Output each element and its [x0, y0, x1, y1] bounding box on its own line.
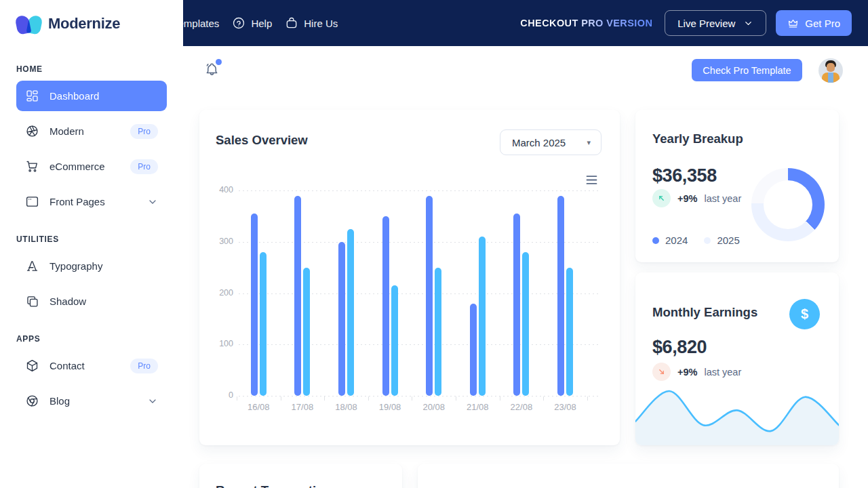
gridline — [239, 293, 599, 294]
period-select[interactable]: March 2025 ▾ — [500, 129, 601, 155]
sidebar-section-home: HOME — [16, 64, 167, 74]
gridline — [239, 344, 599, 345]
earnings-area-fill — [635, 391, 839, 445]
legend-item-2025: 2025 — [704, 235, 739, 246]
recent-transactions-title: Recent Transactions — [216, 483, 338, 488]
bar-22/08-series-blue — [513, 214, 520, 396]
chevron-down-icon — [147, 396, 158, 407]
brand-name: Modernize — [48, 15, 120, 33]
bar-22/08-series-cyan — [522, 252, 529, 396]
pro-badge: Pro — [130, 124, 158, 139]
blog-icon — [25, 394, 39, 408]
bar-19/08-series-cyan — [391, 285, 398, 396]
yearly-delta-row: +9% last year — [652, 189, 741, 207]
pro-badge: Pro — [130, 359, 158, 373]
aperture-icon — [25, 124, 39, 138]
sidebar-item-label: eCommerce — [50, 161, 105, 172]
select-caret-icon: ▾ — [587, 138, 591, 147]
sidebar-section-utilities: UTILITIES — [16, 235, 167, 244]
window-icon — [25, 195, 39, 209]
x-axis-label: 23/08 — [544, 402, 587, 412]
bar-18/08-series-cyan — [347, 229, 354, 396]
user-avatar[interactable] — [818, 58, 843, 83]
brand-logo[interactable]: Modernize — [0, 0, 183, 36]
check-pro-template-button[interactable]: Check Pro Template — [692, 59, 802, 81]
nav-link-label: Help — [251, 18, 272, 29]
gridline — [239, 396, 599, 396]
sidebar-item-typography[interactable]: Typography — [16, 251, 167, 281]
bar-19/08-series-blue — [382, 216, 389, 396]
dollar-icon[interactable]: $ — [789, 299, 820, 329]
arrow-down-right-icon — [652, 363, 671, 381]
modernize-logo-icon — [16, 11, 41, 36]
sidebar-item-label: Shadow — [50, 296, 86, 307]
monthly-earnings-card: Monthly Earnings $ $6,820 +9% last year — [635, 272, 839, 445]
sidebar-section-apps: APPS — [16, 334, 167, 344]
nav-link-hire-us[interactable]: Hire Us — [285, 16, 338, 30]
yearly-breakup-card: Yearly Breakup $36,358 +9% last year 202… — [635, 110, 839, 262]
x-axis-tick — [412, 396, 412, 401]
bar-23/08-series-cyan — [566, 268, 573, 396]
sidebar-item-shadow[interactable]: Shadow — [16, 286, 167, 317]
sidebar-item-front-pages[interactable]: Front Pages — [16, 186, 167, 217]
x-axis-label: 16/08 — [237, 402, 280, 412]
live-preview-button[interactable]: Live Preview — [665, 10, 766, 36]
yearly-delta-value: +9% — [677, 193, 697, 204]
monthly-delta-caption: last year — [704, 367, 741, 378]
x-axis-tick — [281, 396, 281, 401]
bar-21/08-series-blue — [470, 304, 477, 396]
chevron-down-icon — [147, 197, 158, 207]
bar-21/08-series-cyan — [479, 237, 486, 396]
bar-16/08-series-blue — [251, 214, 258, 396]
sidebar-nav: HOMEDashboardModernProeCommerceProFront … — [0, 64, 183, 416]
sidebar: Modernize HOMEDashboardModernProeCommerc… — [0, 0, 183, 488]
x-axis-label: 18/08 — [325, 402, 368, 412]
y-axis-label: 300 — [216, 237, 233, 246]
sidebar-item-dashboard[interactable]: Dashboard — [16, 81, 167, 111]
sidebar-item-label: Contact — [50, 360, 85, 371]
sidebar-item-ecommerce[interactable]: eCommercePro — [16, 151, 167, 182]
nav-link-help[interactable]: Help — [232, 16, 272, 30]
checkout-pro-version-text: CHECKOUT PRO VERSION — [520, 18, 652, 28]
x-axis-tick — [456, 396, 456, 401]
yearly-breakup-title: Yearly Breakup — [652, 131, 743, 146]
bag-icon — [285, 16, 298, 30]
x-axis-tick — [500, 396, 500, 401]
sidebar-item-contact[interactable]: ContactPro — [16, 350, 167, 381]
sidebar-item-label: Dashboard — [50, 90, 99, 102]
legend-label: 2025 — [717, 235, 739, 246]
copy-icon — [25, 294, 39, 308]
monthly-delta-value: +9% — [677, 367, 697, 378]
yearly-breakup-donut — [751, 168, 825, 241]
x-axis-label: 19/08 — [368, 402, 412, 412]
topnav-links: Templates Help Hire Us — [173, 0, 338, 46]
x-axis-label: 17/08 — [281, 402, 324, 412]
sidebar-item-blog[interactable]: Blog — [16, 386, 167, 416]
x-axis-tick — [324, 396, 325, 401]
yearly-delta-caption: last year — [704, 193, 741, 204]
sales-bar-chart: 400300200100016/0817/0818/0819/0820/0821… — [216, 181, 604, 416]
bar-17/08-series-cyan — [303, 268, 310, 396]
legend-item-2024: 2024 — [652, 235, 688, 246]
sales-overview-title: Sales Overview — [216, 133, 308, 148]
sales-overview-card: Sales Overview March 2025 ▾ 400300200100… — [199, 110, 620, 445]
x-axis-label: 22/08 — [500, 402, 543, 412]
help-circle-icon — [232, 16, 245, 30]
crown-icon — [787, 18, 799, 29]
bar-20/08-series-cyan — [435, 268, 441, 396]
y-axis-label: 100 — [216, 339, 233, 348]
gridline — [239, 242, 599, 243]
legend-dot — [652, 237, 659, 244]
get-pro-button[interactable]: Get Pro — [776, 10, 852, 36]
x-axis-label: 21/08 — [456, 402, 499, 412]
x-axis-label: 20/08 — [412, 402, 456, 412]
sidebar-item-label: Typography — [50, 260, 102, 272]
gridline — [239, 190, 599, 191]
sidebar-item-modern[interactable]: ModernPro — [16, 116, 167, 146]
bar-20/08-series-blue — [426, 196, 433, 396]
typography-icon — [25, 259, 39, 273]
donut-legend: 20242025 — [652, 235, 740, 246]
arrow-up-left-icon — [652, 189, 671, 207]
sidebar-item-label: Modern — [50, 125, 84, 137]
sidebar-item-label: Front Pages — [50, 196, 105, 207]
